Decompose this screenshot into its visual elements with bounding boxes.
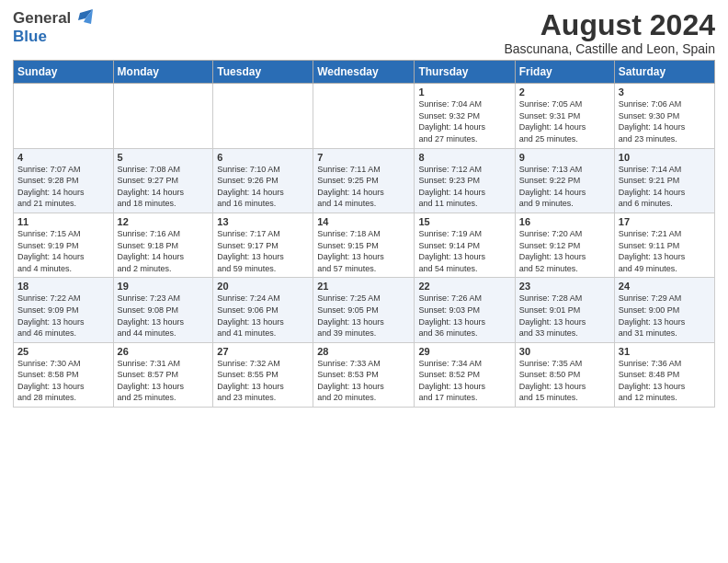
calendar-cell: 25Sunrise: 7:30 AMSunset: 8:58 PMDayligh… — [14, 342, 114, 407]
calendar-cell: 1Sunrise: 7:04 AMSunset: 9:32 PMDaylight… — [415, 84, 515, 148]
day-info: Sunrise: 7:32 AMSunset: 8:55 PMDaylight:… — [217, 359, 284, 403]
day-number: 26 — [118, 346, 210, 357]
calendar-cell: 18Sunrise: 7:22 AMSunset: 9:09 PMDayligh… — [14, 278, 114, 342]
day-number: 1 — [418, 86, 510, 98]
day-number: 14 — [317, 216, 410, 227]
day-info: Sunrise: 7:31 AMSunset: 8:57 PMDaylight:… — [118, 359, 185, 403]
day-number: 21 — [317, 281, 410, 292]
day-number: 17 — [619, 216, 711, 227]
day-info: Sunrise: 7:04 AMSunset: 9:32 PMDaylight:… — [418, 99, 485, 144]
day-info: Sunrise: 7:33 AMSunset: 8:53 PMDaylight:… — [317, 359, 384, 403]
calendar-cell: 7Sunrise: 7:11 AMSunset: 9:25 PMDaylight… — [313, 148, 415, 213]
col-wednesday: Wednesday — [313, 61, 415, 84]
calendar-cell: 12Sunrise: 7:16 AMSunset: 9:18 PMDayligh… — [113, 213, 213, 277]
calendar-cell: 13Sunrise: 7:17 AMSunset: 9:17 PMDayligh… — [213, 213, 313, 277]
day-info: Sunrise: 7:24 AMSunset: 9:06 PMDaylight:… — [217, 293, 284, 338]
day-number: 8 — [418, 152, 510, 163]
calendar-week-row: 4Sunrise: 7:07 AMSunset: 9:28 PMDaylight… — [14, 148, 715, 213]
day-info: Sunrise: 7:34 AMSunset: 8:52 PMDaylight:… — [418, 359, 485, 403]
day-info: Sunrise: 7:05 AMSunset: 9:31 PMDaylight:… — [519, 99, 586, 144]
day-info: Sunrise: 7:23 AMSunset: 9:08 PMDaylight:… — [118, 293, 185, 338]
calendar-cell: 16Sunrise: 7:20 AMSunset: 9:12 PMDayligh… — [515, 213, 614, 277]
day-number: 19 — [118, 281, 210, 292]
page: General Blue August 2024 Bascunana, Cast… — [0, 0, 728, 563]
calendar-cell: 31Sunrise: 7:36 AMSunset: 8:48 PMDayligh… — [614, 342, 714, 407]
header: General Blue August 2024 Bascunana, Cast… — [13, 9, 715, 56]
page-subtitle: Bascunana, Castille and Leon, Spain — [504, 41, 715, 56]
day-info: Sunrise: 7:25 AMSunset: 9:05 PMDaylight:… — [317, 293, 384, 338]
calendar-week-row: 18Sunrise: 7:22 AMSunset: 9:09 PMDayligh… — [14, 278, 715, 342]
calendar-cell — [14, 84, 114, 148]
calendar-cell: 22Sunrise: 7:26 AMSunset: 9:03 PMDayligh… — [415, 278, 515, 342]
calendar-cell: 28Sunrise: 7:33 AMSunset: 8:53 PMDayligh… — [313, 342, 415, 407]
calendar-cell: 26Sunrise: 7:31 AMSunset: 8:57 PMDayligh… — [113, 342, 213, 407]
day-number: 27 — [217, 346, 309, 357]
calendar-cell — [313, 84, 415, 148]
day-info: Sunrise: 7:06 AMSunset: 9:30 PMDaylight:… — [619, 99, 686, 144]
calendar-cell: 11Sunrise: 7:15 AMSunset: 9:19 PMDayligh… — [14, 213, 114, 277]
calendar-week-row: 1Sunrise: 7:04 AMSunset: 9:32 PMDaylight… — [14, 84, 715, 148]
day-number: 4 — [17, 152, 109, 163]
day-info: Sunrise: 7:11 AMSunset: 9:25 PMDaylight:… — [317, 165, 384, 209]
col-monday: Monday — [113, 61, 213, 84]
calendar-week-row: 11Sunrise: 7:15 AMSunset: 9:19 PMDayligh… — [14, 213, 715, 277]
logo-blue: Blue — [13, 28, 47, 45]
day-number: 2 — [519, 86, 610, 98]
day-info: Sunrise: 7:26 AMSunset: 9:03 PMDaylight:… — [418, 293, 485, 338]
calendar-cell: 6Sunrise: 7:10 AMSunset: 9:26 PMDaylight… — [213, 148, 313, 213]
col-saturday: Saturday — [614, 61, 714, 84]
day-number: 28 — [317, 346, 410, 357]
day-number: 3 — [619, 86, 711, 98]
day-info: Sunrise: 7:13 AMSunset: 9:22 PMDaylight:… — [519, 165, 586, 209]
day-number: 9 — [519, 152, 610, 163]
calendar-cell: 15Sunrise: 7:19 AMSunset: 9:14 PMDayligh… — [415, 213, 515, 277]
day-number: 5 — [118, 152, 210, 163]
day-number: 11 — [17, 216, 109, 227]
day-number: 31 — [619, 346, 711, 357]
calendar-cell: 21Sunrise: 7:25 AMSunset: 9:05 PMDayligh… — [313, 278, 415, 342]
calendar-table: Sunday Monday Tuesday Wednesday Thursday… — [13, 60, 715, 408]
calendar-cell: 19Sunrise: 7:23 AMSunset: 9:08 PMDayligh… — [113, 278, 213, 342]
col-thursday: Thursday — [415, 61, 515, 84]
day-info: Sunrise: 7:16 AMSunset: 9:18 PMDaylight:… — [118, 229, 185, 273]
day-info: Sunrise: 7:17 AMSunset: 9:17 PMDaylight:… — [217, 229, 284, 273]
title-block: August 2024 Bascunana, Castille and Leon… — [504, 9, 715, 56]
logo-general: General — [13, 9, 71, 28]
page-title: August 2024 — [504, 9, 715, 41]
day-info: Sunrise: 7:28 AMSunset: 9:01 PMDaylight:… — [519, 293, 586, 338]
day-number: 6 — [217, 152, 309, 163]
calendar-cell: 29Sunrise: 7:34 AMSunset: 8:52 PMDayligh… — [415, 342, 515, 407]
day-number: 18 — [17, 281, 109, 292]
day-info: Sunrise: 7:21 AMSunset: 9:11 PMDaylight:… — [619, 229, 686, 273]
day-info: Sunrise: 7:18 AMSunset: 9:15 PMDaylight:… — [317, 229, 384, 273]
day-info: Sunrise: 7:15 AMSunset: 9:19 PMDaylight:… — [17, 229, 85, 273]
calendar-cell: 5Sunrise: 7:08 AMSunset: 9:27 PMDaylight… — [113, 148, 213, 213]
calendar-cell: 8Sunrise: 7:12 AMSunset: 9:23 PMDaylight… — [415, 148, 515, 213]
calendar-cell: 23Sunrise: 7:28 AMSunset: 9:01 PMDayligh… — [515, 278, 614, 342]
day-info: Sunrise: 7:10 AMSunset: 9:26 PMDaylight:… — [217, 165, 284, 209]
calendar-cell: 4Sunrise: 7:07 AMSunset: 9:28 PMDaylight… — [14, 148, 114, 213]
day-number: 30 — [519, 346, 610, 357]
calendar-cell — [213, 84, 313, 148]
day-number: 7 — [317, 152, 410, 163]
day-number: 16 — [519, 216, 610, 227]
calendar-cell: 20Sunrise: 7:24 AMSunset: 9:06 PMDayligh… — [213, 278, 313, 342]
col-tuesday: Tuesday — [213, 61, 313, 84]
calendar-week-row: 25Sunrise: 7:30 AMSunset: 8:58 PMDayligh… — [14, 342, 715, 407]
calendar-cell — [113, 84, 213, 148]
day-number: 12 — [118, 216, 210, 227]
day-info: Sunrise: 7:20 AMSunset: 9:12 PMDaylight:… — [519, 229, 586, 273]
day-number: 20 — [217, 281, 309, 292]
calendar-cell: 3Sunrise: 7:06 AMSunset: 9:30 PMDaylight… — [614, 84, 714, 148]
day-info: Sunrise: 7:22 AMSunset: 9:09 PMDaylight:… — [17, 293, 85, 338]
day-info: Sunrise: 7:35 AMSunset: 8:50 PMDaylight:… — [519, 359, 586, 403]
calendar-cell: 2Sunrise: 7:05 AMSunset: 9:31 PMDaylight… — [515, 84, 614, 148]
col-sunday: Sunday — [14, 61, 114, 84]
day-number: 29 — [418, 346, 510, 357]
day-info: Sunrise: 7:12 AMSunset: 9:23 PMDaylight:… — [418, 165, 485, 209]
day-number: 23 — [519, 281, 610, 292]
day-info: Sunrise: 7:36 AMSunset: 8:48 PMDaylight:… — [619, 359, 686, 403]
day-info: Sunrise: 7:08 AMSunset: 9:27 PMDaylight:… — [118, 165, 185, 209]
day-info: Sunrise: 7:14 AMSunset: 9:21 PMDaylight:… — [619, 165, 686, 209]
logo-bird-icon — [73, 9, 93, 28]
